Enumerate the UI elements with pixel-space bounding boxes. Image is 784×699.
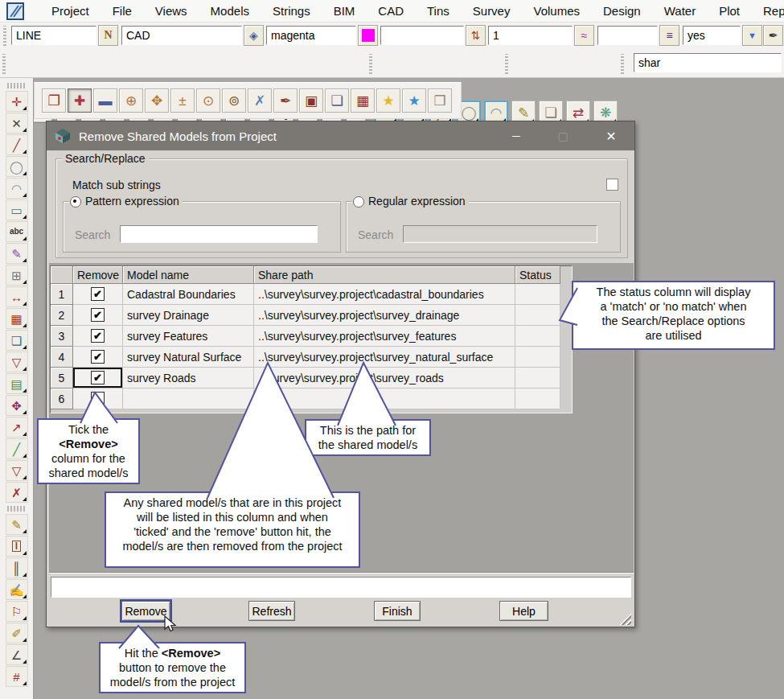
finish-button[interactable]: Finish — [374, 601, 421, 621]
remove-checkbox[interactable]: ✔ — [91, 329, 105, 343]
menu-file[interactable]: File — [113, 4, 132, 18]
text-abc-button[interactable]: abc — [6, 221, 28, 242]
help-button[interactable]: Help — [499, 601, 548, 621]
dropdown-arrow-icon[interactable]: ▼ — [742, 25, 762, 46]
toolbar-grip[interactable] — [621, 54, 624, 74]
toolbar-grip[interactable] — [505, 54, 508, 74]
colour-line-button[interactable]: ╱ — [6, 438, 28, 459]
colour-input[interactable] — [266, 26, 356, 45]
status-cell[interactable] — [515, 305, 560, 326]
zoom-inout-button[interactable]: ± — [170, 88, 195, 113]
share-path-cell[interactable]: ..\survey\survey.project\cadastral_bound… — [254, 284, 515, 305]
sketch-pencil-button[interactable]: ✐ — [6, 623, 28, 643]
pan-button[interactable]: ✥ — [145, 88, 169, 113]
freehand-pencil-button[interactable]: ✎ — [6, 514, 28, 535]
remove-checkbox[interactable] — [91, 392, 105, 405]
create-circle-button[interactable]: ◯ — [6, 156, 28, 177]
colour-swatch-button[interactable] — [358, 25, 378, 46]
blank-field-2[interactable] — [597, 26, 658, 45]
snap-cross-button[interactable]: ✕ — [6, 113, 28, 134]
create-rectangle-button[interactable]: ▭ — [6, 199, 28, 220]
name-button[interactable]: N — [98, 25, 118, 46]
status-cell[interactable] — [515, 368, 560, 389]
zoom-previous-button[interactable]: ⊚ — [222, 88, 246, 113]
copy-window-button[interactable]: ❏ — [6, 330, 28, 351]
maximize-button[interactable]: ▢ — [554, 128, 572, 144]
remove-checkbox[interactable]: ✔ — [91, 287, 105, 301]
create-line-button[interactable]: ╱ — [6, 134, 28, 155]
zoom-window-button[interactable]: ⊙ — [196, 88, 220, 113]
toolbar-grip[interactable] — [369, 54, 372, 74]
model-name-cell[interactable] — [123, 389, 254, 409]
delete-x-button[interactable]: ✗ — [6, 482, 28, 503]
breakline-icon[interactable]: ≈ — [574, 25, 594, 46]
model-name-cell[interactable]: survey Roads — [123, 368, 254, 389]
search-model-input[interactable] — [634, 53, 782, 72]
extend-point-button[interactable]: ↗ — [6, 417, 28, 438]
remove-cell[interactable]: ✔ — [73, 368, 123, 389]
move-button[interactable]: ✥ — [6, 395, 28, 416]
pattern-search-input[interactable] — [120, 225, 318, 243]
z-height-icon[interactable]: ⇅ — [466, 25, 486, 46]
regular-expression-radio[interactable] — [353, 196, 364, 208]
share-path-cell[interactable]: ..\survey\survey.project\survey_natural_… — [254, 347, 515, 368]
match-sub-strings-checkbox[interactable] — [606, 179, 618, 191]
point-symbol-button[interactable]: ⊞ — [6, 265, 28, 286]
model-name-column-header[interactable]: Model name — [123, 266, 254, 284]
status-cell[interactable] — [515, 326, 560, 347]
model-name-cell[interactable]: survey Features — [123, 326, 254, 347]
toolbar-grip[interactable] — [3, 26, 6, 46]
create-point-button[interactable]: ✛ — [6, 91, 28, 112]
share-path-cell[interactable]: ..\survey\survey.project\survey_roads — [254, 368, 515, 389]
remove-checkbox[interactable]: ✔ — [91, 371, 105, 384]
menu-bim[interactable]: BIM — [334, 4, 355, 18]
menu-water[interactable]: Water — [664, 4, 696, 18]
zoom-extents-button[interactable]: ⊕ — [119, 88, 143, 113]
menu-cad[interactable]: CAD — [378, 4, 404, 18]
grid-table-button[interactable]: ▦ — [6, 308, 28, 329]
blank-field-1[interactable] — [380, 26, 464, 45]
edit-notes-button[interactable]: ✍ — [6, 579, 28, 600]
views-star-button[interactable]: ★ — [402, 88, 426, 113]
menu-design[interactable]: Design — [603, 4, 641, 18]
remove-cell[interactable]: ✔ — [73, 284, 123, 305]
regen-off-button[interactable]: ✗ — [248, 88, 272, 113]
row-number-cell[interactable]: 6 — [51, 389, 73, 409]
linestyle-icon[interactable]: ≡ — [659, 25, 679, 46]
message-field[interactable] — [51, 577, 631, 598]
create-arc-button[interactable]: ◠ — [6, 178, 28, 199]
share-path-cell[interactable] — [254, 389, 515, 409]
menu-survey[interactable]: Survey — [473, 4, 511, 18]
menu-report[interactable]: Report — [763, 4, 784, 18]
measure-button[interactable]: ↔ — [6, 286, 28, 307]
status-cell[interactable] — [515, 389, 560, 409]
weight-input[interactable] — [488, 26, 573, 45]
menu-project[interactable]: Project — [51, 4, 89, 18]
row-number-cell[interactable]: 3 — [51, 326, 73, 347]
cascade-views-button[interactable]: ❐ — [42, 88, 66, 113]
models-panel-button[interactable]: ▦ — [351, 88, 375, 113]
new-view-button[interactable]: ❒ — [428, 88, 452, 113]
image-button[interactable]: ▤ — [6, 373, 28, 394]
row-number-cell[interactable]: 2 — [51, 305, 73, 326]
plot-print-button[interactable]: ▣ — [299, 88, 323, 113]
dialog-titlebar[interactable]: Remove Shared Models from Project — [47, 121, 634, 150]
model-input[interactable] — [121, 26, 242, 45]
remove-checkbox[interactable]: ✔ — [91, 308, 105, 322]
model-name-cell[interactable]: survey Natural Surface — [123, 347, 254, 368]
layers-icon[interactable]: ◈ — [244, 25, 264, 46]
survey-instrument-button[interactable]: ║ — [6, 557, 28, 578]
status-cell[interactable] — [515, 284, 560, 305]
row-number-cell[interactable]: 5 — [51, 368, 73, 389]
remove-cell[interactable]: ✔ — [73, 305, 123, 326]
favorites-star-button[interactable]: ★ — [376, 88, 400, 113]
menu-tins[interactable]: Tins — [427, 4, 449, 18]
remove-checkbox[interactable]: ✔ — [91, 350, 105, 364]
status-column-header[interactable]: Status — [515, 266, 560, 284]
redraw-brush-button[interactable]: ✒ — [273, 88, 298, 113]
railway-button[interactable]: # — [6, 666, 28, 687]
share-path-cell[interactable]: ..\survey\survey.project\survey_features — [254, 326, 515, 347]
interface-text-button[interactable]: I — [6, 536, 28, 557]
menu-volumes[interactable]: Volumes — [533, 4, 580, 18]
menu-models[interactable]: Models — [211, 4, 249, 18]
